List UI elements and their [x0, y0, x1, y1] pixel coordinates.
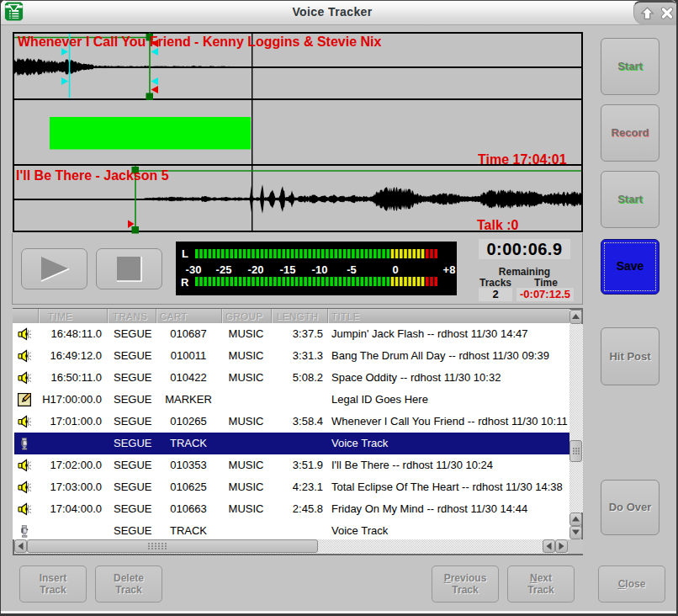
- svg-text:-5: -5: [347, 263, 357, 276]
- svg-text:-25: -25: [216, 263, 232, 276]
- svg-text:R: R: [181, 276, 189, 289]
- svg-text:-15: -15: [280, 263, 296, 276]
- svg-text:-30: -30: [186, 263, 202, 276]
- svg-text:-20: -20: [248, 263, 264, 276]
- svg-text:-10: -10: [312, 263, 328, 276]
- svg-text:L: L: [182, 247, 188, 260]
- svg-text:0: 0: [392, 263, 398, 276]
- svg-text:+8: +8: [443, 263, 456, 276]
